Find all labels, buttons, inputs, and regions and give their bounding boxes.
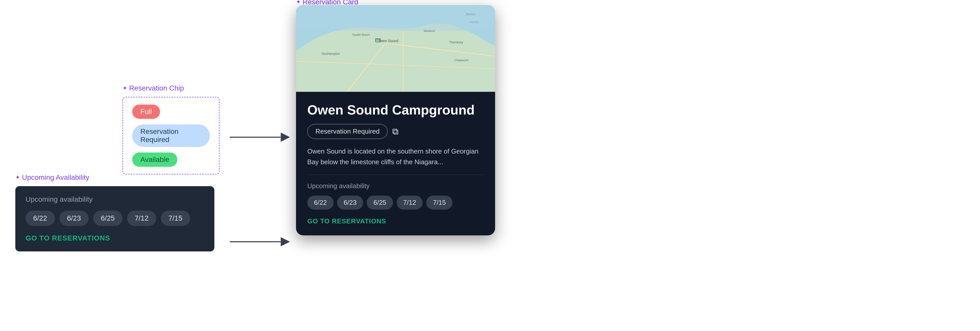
card-date-chip-2[interactable]: 6/25 [367, 196, 393, 210]
chip-section: Reservation Chip Full Reservation Requir… [123, 84, 220, 174]
arrow-chip-to-card [230, 133, 290, 142]
chip-available: Available [132, 152, 177, 167]
arrow-head-2 [281, 237, 290, 246]
arrow-line [230, 137, 281, 138]
card-date-chip-4[interactable]: 7/15 [426, 196, 452, 210]
date-chip-3[interactable]: 7/12 [127, 211, 156, 226]
card-map: Owen Sound Southampton Sauble Beach Meaf… [296, 5, 495, 92]
card-title: Owen Sound Campground [307, 102, 484, 118]
date-chip-1[interactable]: 6/23 [59, 211, 89, 226]
date-chips-row: 6/22 6/23 6/25 7/12 7/15 [25, 211, 204, 226]
arrow-avail-to-card [230, 237, 290, 246]
availability-card: Upcoming availability 6/22 6/23 6/25 7/1… [15, 186, 215, 252]
card-go-reservations-button[interactable]: GO TO RESERVATIONS [307, 217, 484, 225]
card-date-chip-3[interactable]: 7/12 [396, 196, 423, 210]
chip-reservation: Reservation Required [132, 124, 210, 147]
go-reservations-button[interactable]: GO TO RESERVATIONS [25, 234, 204, 242]
svg-text:10: 10 [376, 39, 379, 42]
svg-rect-13 [296, 5, 495, 31]
arrow-line-2 [230, 241, 281, 242]
reservation-card: Owen Sound Southampton Sauble Beach Meaf… [296, 5, 495, 235]
availability-label: Upcoming availability [25, 195, 204, 203]
svg-text:Southampton: Southampton [321, 52, 340, 55]
chip-section-label: Reservation Chip [123, 84, 220, 92]
date-chip-4[interactable]: 7/15 [161, 211, 190, 226]
bookmark-icon[interactable]: ⧉ [392, 127, 398, 137]
svg-text:Chatsworth: Chatsworth [454, 59, 469, 62]
chip-box: Full Reservation Required Available [123, 97, 220, 174]
svg-text:Sauble Beach: Sauble Beach [352, 33, 370, 36]
card-description: Owen Sound is located on the southern sh… [307, 146, 484, 167]
card-date-chips-row: 6/22 6/23 6/25 7/12 7/15 [307, 196, 484, 210]
svg-text:Owen Sound: Owen Sound [378, 39, 398, 43]
availability-section: Upcoming Availability Upcoming availabil… [15, 173, 215, 252]
card-chip-reservation: Reservation Required [307, 124, 388, 139]
card-chips-row: Reservation Required ⧉ [307, 124, 484, 139]
arrow-head [281, 133, 290, 142]
date-chip-2[interactable]: 6/25 [93, 211, 123, 226]
svg-text:Thornbury: Thornbury [449, 41, 463, 44]
card-date-chip-1[interactable]: 6/23 [337, 196, 363, 210]
availability-section-label: Upcoming Availability [15, 173, 215, 182]
card-avail-label: Upcoming availability [307, 182, 484, 190]
chip-full: Full [132, 105, 160, 119]
card-date-chip-0[interactable]: 6/22 [307, 196, 334, 210]
date-chip-0[interactable]: 6/22 [25, 211, 55, 226]
card-body: Owen Sound Campground Reservation Requir… [296, 92, 495, 235]
